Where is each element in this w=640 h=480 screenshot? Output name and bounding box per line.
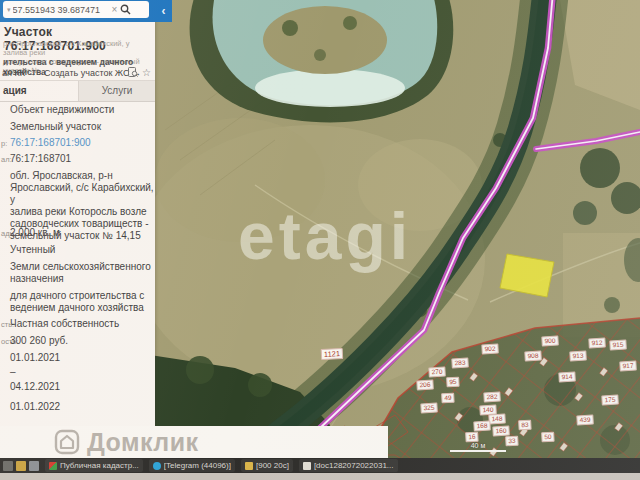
- date-registered: 01.01.2021: [10, 352, 60, 364]
- area-value: 2 000 кв. м: [10, 227, 60, 239]
- date-updated: 04.12.2021: [10, 381, 60, 393]
- tab-information[interactable]: ация: [0, 81, 78, 101]
- taskbar-item-label: [doc1282072022031...: [314, 461, 394, 470]
- chevron-down-icon[interactable]: ▾: [7, 6, 11, 14]
- taskbar-item-telegram[interactable]: [Telegram (44096)]: [149, 459, 235, 472]
- taskbar-item-folder[interactable]: [900 20с]: [241, 459, 293, 472]
- search-input[interactable]: [13, 5, 109, 15]
- screen-bezel: [0, 473, 640, 480]
- plan-kk-link[interactable]: ан КК →: [2, 68, 36, 78]
- kadastr-app-icon: [49, 462, 57, 470]
- taskbar-item-label: [Telegram (44096)]: [164, 461, 231, 470]
- label-fragment: р:: [1, 139, 7, 148]
- land-category-value: Земли сельскохозяйственного назначения: [10, 261, 151, 285]
- folder-icon: [245, 462, 253, 470]
- cadastral-quarter: 76:17:168701: [10, 153, 71, 165]
- tab-services[interactable]: Услуги: [78, 81, 155, 101]
- taskbar-item-label: [900 20с]: [256, 461, 289, 470]
- taskbar-item-document[interactable]: [doc1282072022031...: [299, 459, 398, 472]
- dash: –: [10, 366, 16, 378]
- taskbar: Публичная кадастр... [Telegram (44096)] …: [0, 458, 640, 473]
- date-value: 01.01.2022: [10, 401, 60, 413]
- cadastral-number-link[interactable]: 76:17:168701:900: [10, 137, 91, 149]
- start-icon[interactable]: [3, 461, 13, 471]
- status-value: Учтенный: [10, 244, 55, 256]
- folder-icon[interactable]: [16, 461, 26, 471]
- search-box[interactable]: ▾ ×: [3, 1, 149, 18]
- domclick-logo-text: Домклик: [87, 428, 199, 457]
- parcel-info-panel: Участок 76:17:168701:900 р-н Ярославский…: [0, 0, 155, 458]
- cadastral-value: 300 260 руб.: [10, 335, 68, 347]
- create-zhs-link[interactable]: Создать участок ЖС →: [44, 68, 141, 78]
- document-icon: [303, 462, 311, 470]
- panel-tabs: ация Услуги: [0, 80, 155, 102]
- taskbar-item-kadastr[interactable]: Публичная кадастр...: [45, 459, 143, 472]
- object-type: Земельный участок: [10, 121, 101, 133]
- taskbar-item-label: Публичная кадастр...: [60, 461, 139, 470]
- domclick-logo: Домклик: [54, 428, 199, 457]
- domclick-watermark-strip: Домклик: [0, 426, 388, 458]
- grid-icon[interactable]: [29, 461, 39, 471]
- favorite-star-icon[interactable]: ☆: [142, 67, 151, 78]
- ownership-value: Частная собственность: [10, 318, 119, 330]
- telegram-icon: [153, 462, 161, 470]
- permitted-use-value: для дачного строительства с ведением дач…: [10, 290, 144, 314]
- search-icon[interactable]: [120, 4, 131, 15]
- section-header: Объект недвижимости: [10, 104, 114, 116]
- collapse-panel-icon[interactable]: ‹: [155, 0, 172, 22]
- search-header-bar: ▾ ×: [0, 0, 172, 22]
- domclick-house-icon: [54, 429, 80, 455]
- clear-search-icon[interactable]: ×: [112, 4, 118, 15]
- doc-search-icon[interactable]: [128, 67, 138, 79]
